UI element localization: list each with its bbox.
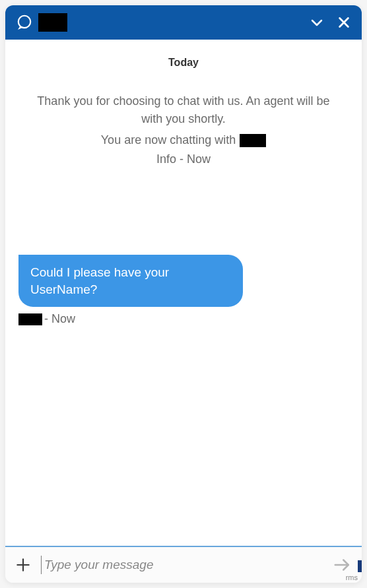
message-input[interactable] — [41, 556, 323, 574]
system-welcome-message: Thank you for choosing to chat with us. … — [18, 92, 349, 128]
now-chatting-prefix: You are now chatting with — [101, 133, 236, 147]
chat-body: Today Thank you for choosing to chat wit… — [5, 40, 362, 546]
system-meta: Info - Now — [18, 152, 349, 166]
agent-message-meta: - Now — [18, 312, 75, 326]
chat-header — [5, 5, 362, 40]
agent-meta-time: - Now — [44, 312, 75, 326]
minimize-button[interactable] — [309, 15, 325, 30]
agent-name-redacted — [240, 134, 266, 147]
header-left — [16, 13, 67, 32]
chat-window: Today Thank you for choosing to chat wit… — [5, 5, 362, 583]
close-button[interactable] — [337, 15, 351, 30]
chat-bubble-icon — [16, 14, 33, 31]
system-now-chatting: You are now chatting with — [18, 133, 349, 147]
send-button[interactable] — [333, 555, 352, 575]
agent-message-bubble: Could I please have your UserName? — [18, 255, 243, 307]
date-label: Today — [18, 57, 349, 69]
header-title-redacted — [38, 13, 67, 32]
header-right — [309, 15, 351, 30]
attach-button[interactable] — [15, 556, 32, 573]
chat-input-bar — [5, 547, 362, 583]
agent-name-redacted-small — [18, 313, 42, 325]
agent-message: Could I please have your UserName? - Now — [18, 255, 349, 326]
